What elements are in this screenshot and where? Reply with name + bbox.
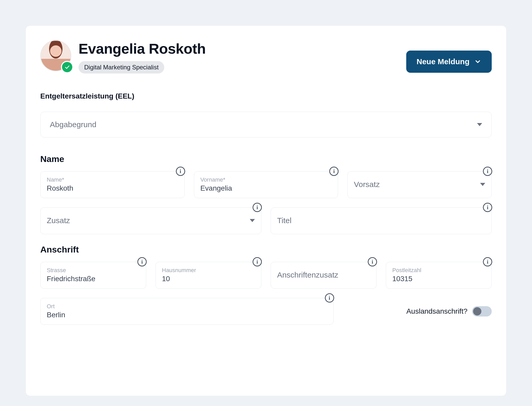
abgabegrund-select[interactable]: Abgabegrund — [40, 112, 492, 137]
zusatz-placeholder: Zusatz — [47, 216, 70, 225]
field-anschriftenzusatz: i Anschriftenzusatz — [271, 262, 377, 289]
name-label: Name* — [47, 176, 178, 183]
plz-input[interactable] — [392, 275, 485, 283]
field-ort: i Ort — [40, 298, 334, 325]
plz-input-box[interactable]: Postleitzahl — [386, 262, 492, 289]
new-report-button[interactable]: Neue Meldung — [406, 51, 492, 73]
field-titel: i Titel — [271, 207, 492, 234]
role-chip: Digital Marketing Specialist — [79, 61, 164, 74]
info-icon[interactable]: i — [325, 293, 334, 303]
app-frame: Evangelia Roskoth Digital Marketing Spec… — [10, 10, 522, 396]
info-icon[interactable]: i — [483, 203, 492, 212]
info-icon[interactable]: i — [253, 257, 262, 266]
page-header: Evangelia Roskoth Digital Marketing Spec… — [40, 40, 492, 74]
strasse-label: Strasse — [47, 267, 140, 274]
ausland-toggle-row: Auslandsanschrift? — [343, 298, 492, 325]
dropdown-caret-icon — [477, 123, 482, 126]
section-title: Entgeltersatzleistung (EEL) — [40, 92, 492, 100]
vorname-label: Vorname* — [200, 176, 332, 183]
abgabegrund-placeholder: Abgabegrund — [50, 120, 96, 129]
hausnummer-input[interactable] — [162, 275, 255, 283]
ausland-label: Auslandsanschrift? — [406, 307, 467, 315]
hausnummer-label: Hausnummer — [162, 267, 255, 274]
person-info: Evangelia Roskoth Digital Marketing Spec… — [79, 40, 206, 74]
name-row-2: i Zusatz i Titel — [40, 207, 492, 234]
vorsatz-select[interactable]: Vorsatz — [347, 171, 492, 198]
info-icon[interactable]: i — [176, 167, 185, 176]
field-zusatz: i Zusatz — [40, 207, 261, 234]
field-vorname: i Vorname* — [194, 171, 338, 198]
dropdown-caret-icon — [480, 183, 485, 186]
field-vorsatz: i Vorsatz — [347, 171, 492, 198]
person-block: Evangelia Roskoth Digital Marketing Spec… — [40, 40, 206, 74]
name-input[interactable] — [47, 184, 178, 192]
field-strasse: i Strasse — [40, 262, 146, 289]
name-input-box[interactable]: Name* — [40, 171, 185, 198]
ort-input[interactable] — [47, 311, 327, 319]
info-icon[interactable]: i — [253, 203, 262, 212]
anschrift-row-1: i Strasse i Hausnummer i Anschriftenzusa… — [40, 262, 492, 289]
page-card: Evangelia Roskoth Digital Marketing Spec… — [26, 26, 506, 396]
toggle-knob — [473, 307, 481, 315]
vorname-input-box[interactable]: Vorname* — [194, 171, 338, 198]
verified-badge-icon — [62, 62, 72, 72]
avatar — [40, 40, 71, 71]
dropdown-caret-icon — [250, 219, 255, 222]
strasse-input-box[interactable]: Strasse — [40, 262, 146, 289]
person-name: Evangelia Roskoth — [79, 40, 206, 57]
new-report-label: Neue Meldung — [417, 57, 470, 66]
anschrift-heading: Anschrift — [40, 245, 492, 255]
anschrift-row-2: i Ort Auslandsanschrift? — [40, 298, 492, 325]
zusatz-select[interactable]: Zusatz — [40, 207, 261, 234]
vorname-input[interactable] — [200, 184, 332, 192]
name-row-1: i Name* i Vorname* i Vorsatz — [40, 171, 492, 198]
strasse-input[interactable] — [47, 275, 140, 283]
field-name: i Name* — [40, 171, 185, 198]
plz-label: Postleitzahl — [392, 267, 485, 274]
ort-label: Ort — [47, 303, 327, 310]
vorsatz-placeholder: Vorsatz — [354, 180, 380, 189]
info-icon[interactable]: i — [137, 257, 147, 266]
anschriftenzusatz-placeholder: Anschriftenzusatz — [277, 271, 338, 279]
titel-placeholder: Titel — [277, 216, 292, 225]
name-heading: Name — [40, 154, 492, 164]
chevron-down-icon — [474, 58, 481, 65]
anschriftenzusatz-input-box[interactable]: Anschriftenzusatz — [271, 262, 377, 289]
info-icon[interactable]: i — [368, 257, 377, 266]
titel-input-box[interactable]: Titel — [271, 207, 492, 234]
ort-input-box[interactable]: Ort — [40, 298, 334, 325]
field-hausnummer: i Hausnummer — [155, 262, 261, 289]
ausland-toggle[interactable] — [472, 306, 492, 316]
field-plz: i Postleitzahl — [386, 262, 492, 289]
info-icon[interactable]: i — [483, 167, 492, 176]
hausnummer-input-box[interactable]: Hausnummer — [155, 262, 261, 289]
info-icon[interactable]: i — [483, 257, 492, 266]
